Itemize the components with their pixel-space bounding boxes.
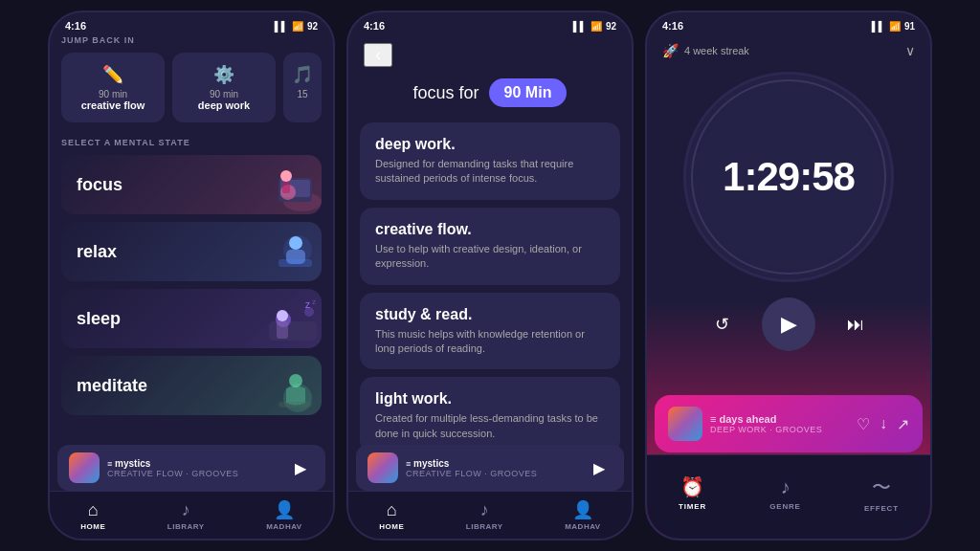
jump-card-2-time: 90 min — [210, 89, 238, 99]
tab-effect[interactable]: 〜 EFFECT — [864, 474, 899, 513]
effect-tab-label: EFFECT — [864, 504, 899, 513]
bottom-nav-1: ⌂ HOME ♪ LIBRARY 👤 MADHAV — [50, 491, 333, 539]
library-icon-2: ♪ — [480, 500, 489, 520]
mode-light-work[interactable]: light work. Created for multiple less-de… — [360, 377, 620, 454]
share-button[interactable]: ↗ — [897, 415, 909, 433]
jump-card-1-name: creative flow — [81, 99, 145, 111]
home-label-2: HOME — [379, 522, 404, 531]
jump-back-label: JUMP BACK IN — [61, 35, 322, 45]
svg-point-5 — [280, 170, 292, 182]
play-button-1[interactable]: ▶ — [287, 454, 314, 481]
meditate-svg — [250, 360, 322, 415]
np-actions: ♡ ↓ ↗ — [857, 415, 909, 433]
now-playing-title: ≡ days ahead — [710, 413, 849, 425]
mental-state-focus[interactable]: focus — [61, 155, 322, 214]
svg-point-13 — [277, 310, 288, 321]
jump-card-3-time: 15 — [297, 89, 307, 99]
mode-deep-work-desc: Designed for demanding tasks that requir… — [375, 157, 605, 187]
home-label-1: HOME — [80, 522, 105, 531]
profile-label-2: MADHAV — [565, 522, 601, 531]
streak-badge: 🚀 4 week streak — [662, 43, 749, 58]
profile-label-1: MADHAV — [266, 522, 302, 531]
status-bar-3: 4:16 ▌▌ 📶 91 — [647, 12, 930, 35]
mode-deep-work[interactable]: deep work. Designed for demanding tasks … — [360, 122, 620, 200]
profile-icon-2: 👤 — [572, 499, 593, 520]
relax-illustration — [245, 224, 322, 281]
tab-timer[interactable]: ⏰ TIMER — [679, 475, 706, 511]
nav-library-1[interactable]: ♪ LIBRARY — [167, 500, 205, 531]
skip-button[interactable]: ⏭ — [838, 307, 873, 342]
tab-genre[interactable]: ♪ GENRE — [769, 476, 800, 511]
home-icon-1: ⌂ — [88, 500, 99, 520]
library-icon-1: ♪ — [182, 500, 190, 520]
meditate-illustration — [245, 358, 322, 415]
phone-screen-1: 4:16 ▌▌ 📶 92 JUMP BACK IN ✏️ 90 min crea… — [48, 11, 335, 540]
focus-for-label: focus for — [413, 83, 479, 103]
library-label-1: LIBRARY — [167, 522, 205, 531]
focus-svg — [250, 159, 322, 214]
jump-card-2-icon: ⚙️ — [213, 64, 234, 85]
svg-rect-4 — [290, 199, 301, 202]
status-icons-3: ▌▌ 📶 91 — [872, 21, 915, 32]
svg-rect-14 — [277, 321, 288, 339]
player-sub-2: CREATIVE FLOW · GROOVES — [406, 469, 578, 478]
play-pause-button[interactable]: ▶ — [762, 298, 815, 351]
mode-creative-flow-name: creative flow. — [375, 221, 605, 238]
play-button-2[interactable]: ▶ — [586, 454, 612, 481]
wifi-icon-3: 📶 — [889, 21, 901, 32]
relax-label: relax — [77, 242, 117, 262]
replay-button[interactable]: ↺ — [704, 307, 739, 342]
nav-home-2[interactable]: ⌂ HOME — [379, 500, 404, 531]
battery-1: 92 — [307, 21, 318, 32]
mode-creative-flow[interactable]: creative flow. Use to help with creative… — [360, 208, 620, 285]
time-1: 4:16 — [65, 20, 86, 32]
mental-state-meditate[interactable]: meditate — [61, 356, 322, 415]
mode-light-work-name: light work. — [375, 390, 605, 408]
mental-state-relax[interactable]: relax — [61, 222, 322, 281]
nav-library-2[interactable]: ♪ LIBRARY — [466, 500, 503, 531]
screens-container: 4:16 ▌▌ 📶 92 JUMP BACK IN ✏️ 90 min crea… — [0, 0, 980, 551]
wifi-icon-2: 📶 — [590, 21, 602, 32]
heart-button[interactable]: ♡ — [857, 415, 870, 433]
jump-card-2-name: deep work — [198, 99, 250, 111]
sleep-svg: z z — [250, 293, 322, 348]
wifi-icon-1: 📶 — [292, 21, 303, 32]
timer-ring: 1:29:58 — [683, 72, 894, 282]
signal-icon-1: ▌▌ — [275, 21, 288, 32]
mode-light-work-desc: Created for multiple less-demanding task… — [375, 411, 605, 441]
mode-study-read[interactable]: study & read. This music helps with know… — [360, 293, 620, 370]
phone-screen-3: 4:16 ▌▌ 📶 91 🚀 4 week streak ∨ 1:29:58 ↺… — [645, 11, 932, 540]
time-2: 4:16 — [364, 20, 385, 32]
mode-study-read-desc: This music helps with knowledge retentio… — [375, 327, 605, 357]
signal-icon-2: ▌▌ — [573, 21, 587, 32]
focus-header: focus for 90 Min — [348, 78, 632, 122]
jump-card-2[interactable]: ⚙️ 90 min deep work — [172, 53, 276, 122]
nav-home-1[interactable]: ⌂ HOME — [80, 500, 105, 531]
back-button[interactable]: ‹ — [364, 43, 392, 67]
jump-card-1[interactable]: ✏️ 90 min creative flow — [61, 53, 165, 122]
timer-display: 1:29:58 — [723, 154, 855, 200]
home-icon-2: ⌂ — [387, 500, 397, 520]
mental-state-label: SELECT A MENTAL STATE — [61, 138, 322, 147]
svg-text:z: z — [305, 299, 310, 310]
player-thumb-1 — [69, 452, 100, 483]
focus-time-pill[interactable]: 90 Min — [489, 78, 568, 107]
now-playing-sub: DEEP WORK · GROOVES — [710, 425, 849, 434]
time-3: 4:16 — [662, 20, 683, 32]
download-button[interactable]: ↓ — [880, 415, 887, 432]
nav-profile-1[interactable]: 👤 MADHAV — [266, 499, 302, 531]
player-thumb-2 — [368, 452, 398, 483]
player-bar-1: ≡ mystics CREATIVE FLOW · GROOVES ▶ — [57, 445, 325, 491]
jump-card-3-partial: 🎵 15 — [283, 53, 322, 122]
now-playing-card: ≡ days ahead DEEP WORK · GROOVES ♡ ↓ ↗ — [655, 395, 923, 452]
nav-profile-2[interactable]: 👤 MADHAV — [565, 499, 601, 531]
svg-rect-20 — [278, 402, 312, 408]
mental-state-sleep[interactable]: sleep z z — [61, 289, 322, 348]
svg-rect-10 — [278, 259, 312, 267]
now-playing-info: ≡ days ahead DEEP WORK · GROOVES — [710, 413, 849, 434]
svg-rect-11 — [269, 321, 317, 341]
status-icons-2: ▌▌ 📶 92 — [573, 21, 616, 32]
chevron-down-icon[interactable]: ∨ — [905, 43, 915, 58]
streak-text: 4 week streak — [684, 45, 749, 56]
player-info-1: ≡ mystics CREATIVE FLOW · GROOVES — [107, 458, 279, 478]
